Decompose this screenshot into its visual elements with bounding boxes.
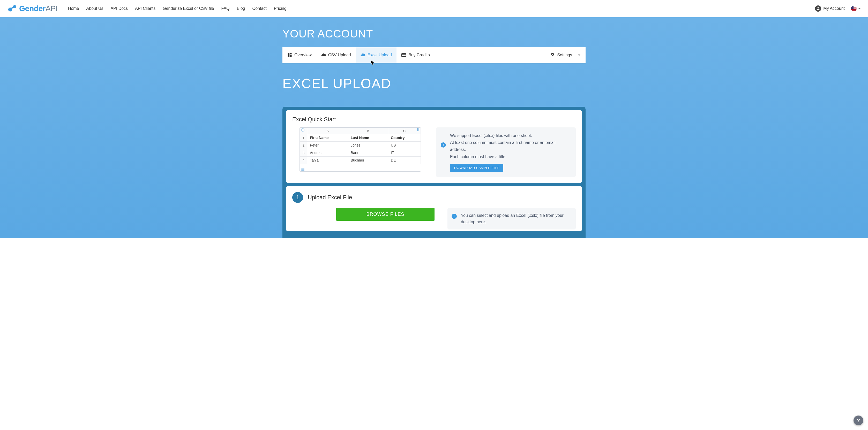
- chevron-down-icon: [578, 55, 580, 56]
- nav-apiclients[interactable]: API Clients: [135, 6, 155, 11]
- row-number: 3: [300, 149, 307, 157]
- info-icon: i: [452, 214, 457, 219]
- header-right: My Account: [815, 5, 861, 12]
- quickstart-info: i We support Excel (.xlsx) files with on…: [436, 127, 576, 177]
- cell: Peter: [307, 142, 348, 149]
- gear-icon: [550, 52, 555, 58]
- nav-contact[interactable]: Contact: [252, 6, 267, 11]
- step-title: Upload Excel File: [308, 194, 352, 201]
- svg-rect-5: [288, 55, 290, 57]
- logo-text: GenderAPI: [19, 4, 58, 13]
- cell: First Name: [307, 134, 348, 142]
- settings-dropdown[interactable]: Settings: [545, 47, 586, 63]
- user-icon: [815, 5, 821, 12]
- main-nav: Home About Us API Docs API Clients Gende…: [68, 6, 815, 11]
- logo-icon: [7, 4, 17, 13]
- cloud-upload-icon: [321, 53, 326, 58]
- cell: Last Name: [348, 134, 388, 142]
- cell: Country: [388, 134, 421, 142]
- cell: DE: [388, 157, 421, 164]
- tab-buy-credits[interactable]: Buy Credits: [397, 47, 435, 63]
- language-selector[interactable]: [851, 6, 861, 11]
- quickstart-title: Excel Quick Start: [292, 116, 576, 123]
- nav-pricing[interactable]: Pricing: [274, 6, 286, 11]
- tab-csv-label: CSV Upload: [328, 53, 351, 57]
- row-number: 1: [300, 134, 307, 142]
- info-text: At least one column must contain a first…: [450, 139, 570, 153]
- svg-rect-3: [290, 53, 292, 54]
- row-number: 2: [300, 142, 307, 149]
- tab-overview[interactable]: Overview: [282, 47, 316, 63]
- cell: US: [388, 142, 421, 149]
- upload-step-card: 1 Upload Excel File BROWSE FILES i You c…: [286, 186, 582, 231]
- settings-label: Settings: [557, 53, 572, 57]
- browse-files-button[interactable]: BROWSE FILES: [336, 208, 435, 221]
- logo[interactable]: GenderAPI: [7, 4, 58, 13]
- nav-about[interactable]: About Us: [86, 6, 103, 11]
- content-panel: Excel Quick Start A B: [282, 107, 586, 238]
- svg-rect-4: [290, 55, 292, 57]
- chevron-down-icon: [858, 8, 861, 9]
- quickstart-card: Excel Quick Start A B: [286, 110, 582, 183]
- nav-apidocs[interactable]: API Docs: [111, 6, 128, 11]
- sheet-decoration-icon: [417, 128, 419, 131]
- svg-rect-2: [288, 53, 290, 55]
- cell: Buchner: [348, 157, 388, 164]
- section-title: EXCEL UPLOAD: [282, 76, 586, 91]
- nav-home[interactable]: Home: [68, 6, 79, 11]
- tab-credits-label: Buy Credits: [408, 53, 430, 57]
- col-letter: B: [348, 128, 388, 134]
- cell: Tanja: [307, 157, 348, 164]
- my-account-label: My Account: [823, 6, 845, 11]
- cell: Andrea: [307, 149, 348, 157]
- tab-excel-upload[interactable]: Excel Upload: [355, 47, 397, 63]
- tab-excel-label: Excel Upload: [368, 53, 392, 57]
- svg-rect-7: [402, 55, 406, 55]
- hero-section: YOUR ACCOUNT Overview CSV Upload Excel U…: [0, 17, 868, 238]
- download-sample-button[interactable]: DOWNLOAD SAMPLE FILE: [450, 164, 503, 172]
- page-title: YOUR ACCOUNT: [282, 28, 586, 40]
- info-icon: i: [441, 142, 446, 147]
- sample-spreadsheet: A B C 1 First Name Last Name: [300, 127, 421, 172]
- top-header: GenderAPI Home About Us API Docs API Cli…: [0, 0, 868, 17]
- nav-genderize[interactable]: Genderize Excel or CSV file: [163, 6, 214, 11]
- cell: Barto: [348, 149, 388, 157]
- info-text: We support Excel (.xlsx) files with one …: [450, 132, 570, 139]
- nav-blog[interactable]: Blog: [237, 6, 245, 11]
- my-account-link[interactable]: My Account: [815, 5, 845, 12]
- row-number: 4: [300, 157, 307, 164]
- tab-csv-upload[interactable]: CSV Upload: [316, 47, 355, 63]
- credit-card-icon: [401, 53, 406, 58]
- dashboard-icon: [287, 53, 292, 58]
- cell: Jones: [348, 142, 388, 149]
- sheet-decoration-icon: [301, 168, 304, 171]
- info-text: You can select and upload an Excel (.xsl…: [461, 213, 564, 224]
- upload-info: i You can select and upload an Excel (.x…: [447, 208, 576, 229]
- cloud-upload-icon: [360, 53, 366, 58]
- nav-faq[interactable]: FAQ: [221, 6, 230, 11]
- info-text: Each column must have a title.: [450, 153, 570, 160]
- tab-overview-label: Overview: [294, 53, 312, 57]
- cell: IT: [388, 149, 421, 157]
- account-tabs: Overview CSV Upload Excel Upload Buy Cre…: [282, 47, 586, 63]
- step-number-badge: 1: [292, 192, 303, 203]
- col-letter: C: [388, 128, 421, 134]
- col-letter: A: [307, 128, 348, 134]
- us-flag-icon: [851, 6, 857, 11]
- sheet-decoration-icon: [301, 128, 304, 132]
